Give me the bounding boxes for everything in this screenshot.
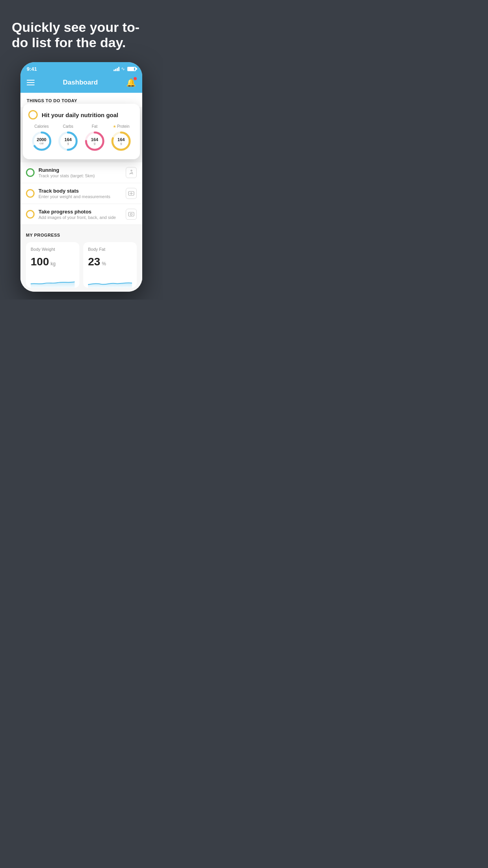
nutrition-card-title: Hit your daily nutrition goal [42,112,118,118]
body-stats-subtitle: Enter your weight and measurements [39,194,122,199]
todo-item-running[interactable]: Running Track your stats (target: 5km) [20,162,142,183]
scale-icon [126,188,137,199]
todo-list: Running Track your stats (target: 5km) [20,162,142,225]
progress-section-title: MY PROGRESS [26,233,137,237]
protein-ring: ★ Protein 164 g [110,124,132,152]
svg-point-12 [130,213,132,215]
nutrition-card-header: Hit your daily nutrition goal [28,110,134,120]
carbs-ring-circle: 164 g [57,130,79,152]
running-icon [126,167,137,178]
calories-unit: cal [37,142,46,145]
progress-cards: Body Weight 100 kg [26,242,137,288]
fat-unit: g [91,142,98,145]
carbs-label: Carbs [63,124,73,129]
phone-frame: 9:41 ∿ [20,62,142,292]
body-weight-unit: kg [51,261,56,267]
menu-icon[interactable] [27,80,35,85]
body-fat-card-title: Body Fat [88,247,132,252]
body-weight-card-title: Body Weight [31,247,75,252]
nutrition-check-circle[interactable] [28,110,38,120]
body-fat-unit: % [102,261,106,267]
body-fat-chart [88,272,132,288]
progress-photos-check-circle[interactable] [26,210,35,219]
photo-icon [126,209,137,220]
running-check-circle[interactable] [26,168,35,177]
status-time: 9:41 [27,66,37,72]
protein-star-icon: ★ [113,124,116,129]
svg-rect-11 [128,212,134,216]
body-fat-card[interactable]: Body Fat 23 % [83,242,137,288]
status-bar: 9:41 ∿ [20,62,142,74]
progress-photos-subtitle: Add images of your front, back, and side [39,215,122,220]
carbs-unit: g [64,142,72,145]
nutrition-rings: Calories 2000 cal [28,124,134,152]
fat-label: Fat [92,124,97,129]
calories-ring: Calories 2000 cal [31,124,53,152]
protein-unit: g [117,142,125,145]
progress-photos-title: Take progress photos [39,209,122,215]
protein-ring-circle: 164 g [110,130,132,152]
body-fat-value: 23 [88,256,100,268]
app-content: THINGS TO DO TODAY Hit your daily nutrit… [20,93,142,292]
protein-label: Protein [117,124,130,129]
running-subtitle: Track your stats (target: 5km) [39,173,122,178]
fat-ring-circle: 164 g [84,130,106,152]
body-weight-value: 100 [31,256,49,268]
wifi-icon: ∿ [121,66,125,72]
app-header: Dashboard 🔔 [20,74,142,93]
todo-item-progress-photos[interactable]: Take progress photos Add images of your … [20,204,142,225]
calories-ring-circle: 2000 cal [31,130,53,152]
progress-section: MY PROGRESS Body Weight 100 kg [20,225,142,292]
signal-icon [114,66,119,71]
status-icons: ∿ [114,66,136,72]
notification-dot [134,77,137,80]
notification-bell-icon[interactable]: 🔔 [126,78,136,87]
header-title: Dashboard [63,79,98,86]
body-stats-title: Track body stats [39,188,122,194]
running-title: Running [39,167,122,173]
body-stats-check-circle[interactable] [26,189,35,198]
body-weight-card[interactable]: Body Weight 100 kg [26,242,79,288]
calories-label: Calories [34,124,49,129]
hero-title: Quickly see your to-do list for the day. [12,20,151,50]
fat-ring: Fat 164 g [84,124,106,152]
todo-item-body-stats[interactable]: Track body stats Enter your weight and m… [20,183,142,204]
nutrition-card[interactable]: Hit your daily nutrition goal Calories [23,104,140,159]
body-weight-chart [31,272,75,288]
battery-icon [127,67,136,71]
phone-mockup: 9:41 ∿ [20,62,142,292]
background-section: Quickly see your to-do list for the day.… [0,0,163,300]
things-section-title: THINGS TO DO TODAY [27,98,136,103]
carbs-ring: Carbs 164 g [57,124,79,152]
